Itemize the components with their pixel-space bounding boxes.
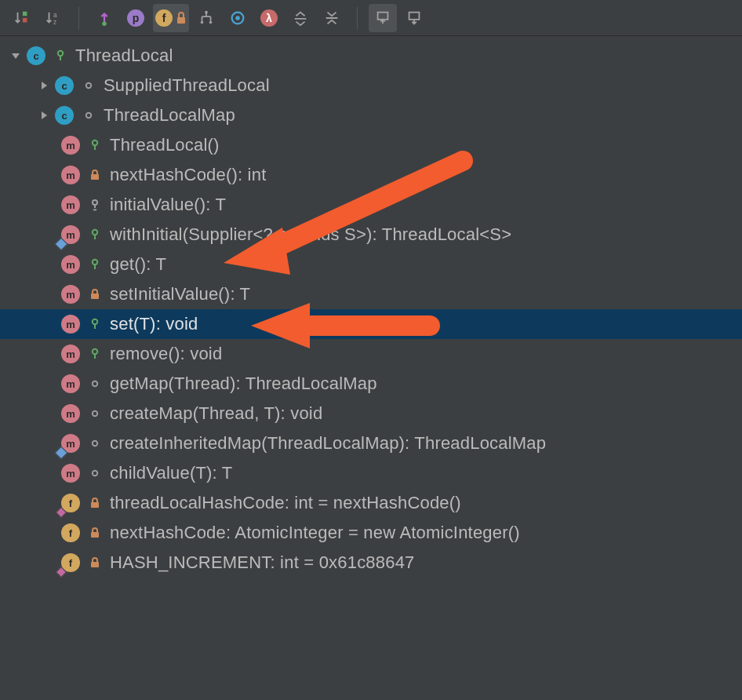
tree-node-label: set(T): void xyxy=(110,314,198,334)
visibility-package-icon xyxy=(86,407,104,420)
svg-point-30 xyxy=(93,381,97,386)
tree-node-label: nextHashCode(): int xyxy=(110,165,266,185)
sort-alphabetically-button[interactable]: a z xyxy=(39,4,67,32)
tree-node-label: remove(): void xyxy=(110,344,222,364)
visibility-package-icon xyxy=(86,377,104,390)
tree-node[interactable]: mcreateMap(Thread, T): void xyxy=(0,399,742,428)
lambda-icon: λ xyxy=(260,9,278,27)
svg-rect-35 xyxy=(91,532,99,538)
expand-arrow-icon[interactable] xyxy=(35,76,53,95)
method-icon: m xyxy=(61,255,80,274)
tree-node-label: withInitial(Supplier<? extends S>): Thre… xyxy=(110,224,511,245)
svg-rect-19 xyxy=(91,174,99,180)
tree-node-label: initialValue(): T xyxy=(110,195,226,215)
svg-point-17 xyxy=(93,140,97,145)
properties-icon: p xyxy=(127,9,144,27)
tree-node-root[interactable]: c ThreadLocal xyxy=(0,41,742,71)
tree-node[interactable]: cThreadLocalMap xyxy=(0,100,742,130)
sort-alpha-icon: a z xyxy=(45,9,62,27)
tree-node[interactable]: minitialValue(): T xyxy=(0,190,742,220)
svg-point-15 xyxy=(86,83,91,88)
visibility-package-icon xyxy=(80,109,97,122)
svg-point-20 xyxy=(93,200,97,205)
svg-rect-25 xyxy=(91,293,99,299)
tree-node[interactable]: mset(T): void xyxy=(0,309,742,339)
structure-toolbar: a z p f λ xyxy=(0,0,742,36)
tree-node-label: ThreadLocal xyxy=(75,46,173,66)
method-icon: m xyxy=(61,464,80,483)
svg-point-16 xyxy=(86,113,91,118)
tree-node-label: setInitialValue(): T xyxy=(110,284,250,304)
visibility-public-icon xyxy=(86,139,104,151)
visibility-package-icon xyxy=(86,437,104,450)
collapse-arrow-icon[interactable] xyxy=(6,46,25,65)
method-icon: m xyxy=(61,166,80,184)
tree-node[interactable]: mgetMap(Thread): ThreadLocalMap xyxy=(0,369,742,399)
inherited-icon xyxy=(198,9,215,27)
scroll-from-source-icon xyxy=(374,9,391,27)
tree-node[interactable]: mchildValue(T): T xyxy=(0,458,742,488)
tree-node[interactable]: mremove(): void xyxy=(0,339,742,369)
svg-point-10 xyxy=(235,16,240,20)
scroll-from-source-button[interactable] xyxy=(369,4,397,32)
class-icon: c xyxy=(55,76,74,95)
visibility-private-icon xyxy=(86,556,104,569)
svg-point-7 xyxy=(201,20,204,24)
field-icon: f xyxy=(61,553,80,572)
tree-node-label: ThreadLocal() xyxy=(110,135,220,155)
method-icon: m xyxy=(61,315,80,334)
tree-node-label: childValue(T): T xyxy=(110,463,232,483)
tree-node[interactable]: msetInitialValue(): T xyxy=(0,279,742,309)
show-anonymous-button[interactable] xyxy=(224,4,252,32)
tree-node[interactable]: fthreadLocalHashCode: int = nextHashCode… xyxy=(0,488,742,518)
tree-node[interactable]: cSuppliedThreadLocal xyxy=(0,71,742,100)
expand-all-button[interactable] xyxy=(286,4,315,32)
tree-node[interactable]: mnextHashCode(): int xyxy=(0,160,742,190)
svg-point-23 xyxy=(93,260,97,264)
tree-node[interactable]: fHASH_INCREMENT: int = 0x61c88647 xyxy=(0,548,742,578)
field-icon: f xyxy=(61,494,80,512)
tree-node[interactable]: mwithInitial(Supplier<? extends S>): Thr… xyxy=(0,220,742,250)
tree-node-label: nextHashCode: AtomicInteger = new Atomic… xyxy=(110,523,520,543)
svg-text:a: a xyxy=(53,12,57,19)
expand-all-icon xyxy=(292,9,309,27)
scroll-to-source-button[interactable] xyxy=(400,4,428,32)
sort-visibility-icon xyxy=(13,9,31,27)
tree-node[interactable]: mThreadLocal() xyxy=(0,130,742,160)
tree-node-label: createMap(Thread, T): void xyxy=(110,403,322,424)
tree-node[interactable]: fnextHashCode: AtomicInteger = new Atomi… xyxy=(0,518,742,548)
svg-rect-0 xyxy=(23,11,27,16)
collapse-all-button[interactable] xyxy=(318,4,346,32)
visibility-public-icon xyxy=(86,258,104,271)
method-icon: m xyxy=(61,434,80,453)
svg-rect-1 xyxy=(23,18,27,23)
lock-icon xyxy=(176,11,187,25)
sort-by-visibility-button[interactable] xyxy=(8,4,36,32)
visibility-public-icon xyxy=(52,49,69,62)
svg-rect-34 xyxy=(91,502,99,508)
tree-node-label: threadLocalHashCode: int = nextHashCode(… xyxy=(110,493,461,513)
svg-rect-14 xyxy=(60,56,61,60)
method-icon: m xyxy=(61,195,80,214)
svg-point-28 xyxy=(93,349,97,354)
method-icon: m xyxy=(61,404,80,423)
autoscroll-button[interactable] xyxy=(90,4,118,32)
svg-rect-24 xyxy=(94,264,96,269)
expand-arrow-icon[interactable] xyxy=(35,106,53,125)
tree-node[interactable]: mget(): T xyxy=(0,250,742,279)
visibility-private-icon xyxy=(86,288,104,301)
svg-rect-11 xyxy=(378,12,388,19)
structure-tree[interactable]: c ThreadLocal cSuppliedThreadLocalcThrea… xyxy=(0,36,742,578)
show-properties-button[interactable]: p xyxy=(122,4,150,32)
method-icon: m xyxy=(61,285,80,304)
show-lambdas-button[interactable]: λ xyxy=(255,4,283,32)
show-inherited-button[interactable] xyxy=(192,4,220,32)
svg-rect-36 xyxy=(91,562,99,567)
svg-text:z: z xyxy=(53,19,56,26)
show-fields-button[interactable]: f xyxy=(153,4,189,32)
tree-node-label: createInheritedMap(ThreadLocalMap): Thre… xyxy=(110,433,546,454)
tree-node-label: ThreadLocalMap xyxy=(104,105,235,126)
class-icon: c xyxy=(55,106,74,125)
anonymous-icon xyxy=(229,9,246,27)
tree-node[interactable]: mcreateInheritedMap(ThreadLocalMap): Thr… xyxy=(0,428,742,458)
